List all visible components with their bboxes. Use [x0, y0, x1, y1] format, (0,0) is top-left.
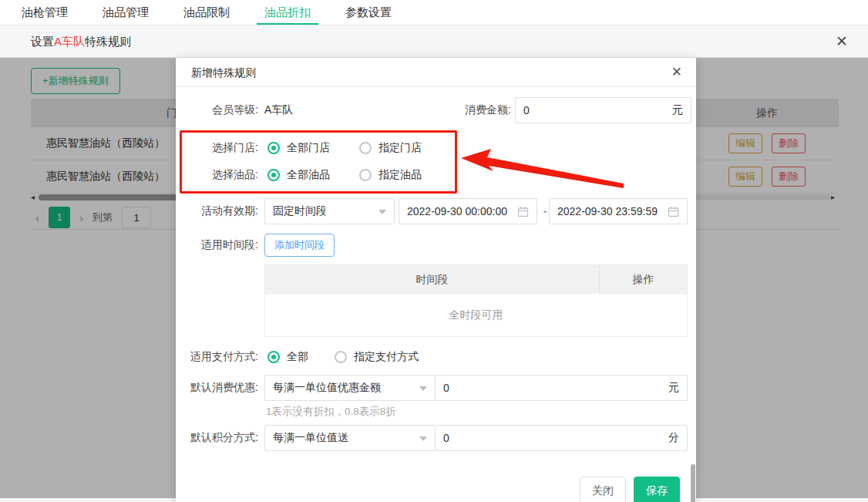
radio-unselected-icon [359, 142, 372, 154]
dialog-header: 新增特殊规则 ✕ [176, 58, 696, 87]
modal-scrollbar-thumb[interactable] [691, 464, 695, 502]
discount-label: 默认消费优惠: [176, 381, 258, 395]
radio-unselected-icon [359, 169, 372, 181]
col-header-period: 时间段 [265, 265, 599, 294]
radio-specified-stores-label: 指定门店 [378, 141, 422, 155]
points-label: 默认积分方式: [176, 431, 258, 445]
chevron-down-icon [378, 210, 386, 214]
amount-unit: 元 [672, 103, 683, 117]
start-time-value: 2022-09-30 00:00:00 [407, 205, 511, 217]
discount-input-wrap: 元 [435, 375, 688, 401]
radio-selected-icon [267, 142, 280, 154]
radio-all-oils-label: 全部油品 [287, 168, 330, 182]
member-level-value: A车队 [264, 103, 293, 117]
member-level-label: 会员等级: [176, 103, 258, 117]
points-input-wrap: 分 [435, 425, 688, 451]
radio-selected-icon [267, 169, 280, 181]
col-header-action: 操作 [599, 265, 687, 294]
radio-selected-icon [267, 351, 280, 363]
validity-label: 活动有效期: [176, 204, 258, 218]
oil-select-label: 选择油品: [176, 168, 258, 182]
page-header: 设置A车队特殊规则 ✕ [0, 25, 868, 58]
radio-all-payments-label: 全部 [287, 350, 308, 364]
points-type-select[interactable]: 每满一单位值送 [264, 425, 436, 451]
radio-specified-oils-label: 指定油品 [378, 168, 422, 182]
points-input[interactable] [443, 432, 664, 444]
top-nav: 油枪管理 油品管理 油品限制 油品折扣 参数设置 [0, 0, 868, 25]
discount-unit: 元 [668, 381, 679, 395]
dialog-close-icon[interactable]: ✕ [671, 58, 682, 87]
discount-hint: 1表示没有折扣，0.8表示8折 [266, 405, 396, 419]
validity-type-select[interactable]: 固定时间段 [264, 198, 395, 224]
store-select-label: 选择门店: [176, 141, 258, 155]
period-table-empty-text: 全时段可用 [265, 294, 687, 336]
discount-type-select[interactable]: 每满一单位值优惠金额 [264, 375, 436, 401]
tab-oil-product-management[interactable]: 油品管理 [95, 0, 156, 25]
points-type-value: 每满一单位值送 [273, 431, 348, 445]
end-time-value: 2022-09-30 23:59:59 [557, 205, 661, 217]
radio-unselected-icon [335, 351, 347, 363]
period-label: 适用时间段: [176, 238, 258, 252]
radio-specified-payments-label: 指定支付方式 [354, 350, 419, 364]
discount-type-value: 每满一单位值优惠金额 [273, 381, 381, 395]
end-time-picker[interactable]: 2022-09-30 23:59:59 [549, 198, 688, 224]
start-time-picker[interactable]: 2022-09-30 00:00:00 [399, 198, 537, 224]
points-unit: 分 [668, 431, 679, 445]
calendar-icon [668, 206, 679, 217]
period-table-header: 时间段 操作 [265, 265, 687, 294]
amount-input[interactable] [523, 104, 668, 116]
radio-all-oils[interactable]: 全部油品 [267, 168, 330, 182]
range-separator: - [541, 205, 549, 217]
tab-oil-gun-management[interactable]: 油枪管理 [14, 0, 76, 25]
page-close-icon[interactable]: ✕ [836, 25, 848, 58]
discount-input[interactable] [443, 382, 664, 394]
save-button[interactable]: 保存 [634, 477, 680, 502]
page-title-prefix: 设置 [31, 35, 54, 48]
validity-type-value: 固定时间段 [273, 204, 327, 218]
radio-all-payments[interactable]: 全部 [267, 350, 308, 364]
radio-specified-oils[interactable]: 指定油品 [359, 168, 422, 182]
tab-oil-product-limit[interactable]: 油品限制 [176, 0, 237, 25]
page-title-suffix: 特殊规则 [85, 35, 131, 48]
payment-label: 适用支付方式: [176, 350, 258, 364]
tab-oil-product-discount[interactable]: 油品折扣 [257, 0, 318, 25]
tab-parameter-settings[interactable]: 参数设置 [338, 0, 399, 25]
calendar-icon [517, 206, 529, 217]
add-period-button[interactable]: 添加时间段 [264, 234, 335, 257]
period-table: 时间段 操作 全时段可用 [264, 264, 688, 337]
radio-specified-payments[interactable]: 指定支付方式 [335, 350, 419, 364]
close-button[interactable]: 关闭 [580, 477, 626, 502]
radio-all-stores[interactable]: 全部门店 [267, 141, 330, 155]
radio-specified-stores[interactable]: 指定门店 [359, 141, 422, 155]
amount-label: 消费金额: [449, 103, 511, 117]
page-title-fleet: A车队 [54, 35, 85, 48]
chevron-down-icon [419, 386, 427, 391]
add-rule-dialog: 新增特殊规则 ✕ 会员等级: A车队 消费金额: 元 选择门店: 全部门店 指定… [176, 58, 696, 502]
dialog-title: 新增特殊规则 [191, 58, 256, 87]
page-title: 设置A车队特殊规则 [31, 25, 131, 58]
amount-input-wrap: 元 [515, 97, 691, 123]
chevron-down-icon [419, 436, 427, 441]
radio-all-stores-label: 全部门店 [287, 141, 330, 155]
